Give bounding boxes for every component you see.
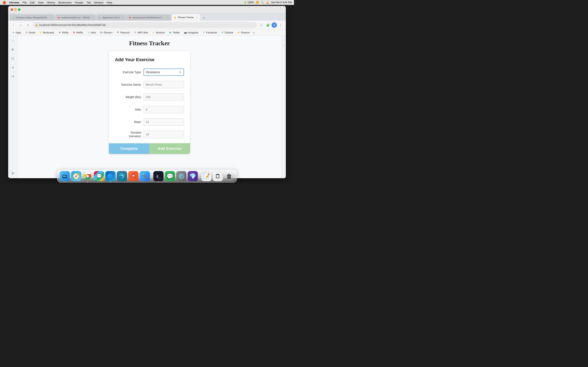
menu-bookmarks[interactable]: Bookmarks (58, 1, 72, 4)
bookmark-apps[interactable]: ⊞ Apps (10, 31, 23, 35)
bookmark-finance[interactable]: 📁 Finance (236, 31, 251, 35)
menu-file[interactable]: File (22, 1, 27, 4)
weight-input[interactable] (144, 93, 184, 101)
fullscreen-window-button[interactable] (18, 8, 20, 11)
notification-icon[interactable]: 🔔 (266, 1, 269, 4)
menu-view[interactable]: View (38, 1, 43, 4)
tab-clusters-atlas[interactable]: 🍃 Clusters | Atlas: MongoDB Atl... ✕ (10, 15, 55, 21)
bookmark-hulu-label: Hulu (91, 31, 96, 34)
menu-tab[interactable]: Tab (86, 1, 91, 4)
svg-point-2 (86, 175, 89, 177)
sidebar-icon-1[interactable]: ↕ (10, 38, 16, 43)
finder-icon: 🗂 (62, 173, 68, 180)
dock-terminal[interactable]: $_ (153, 171, 164, 181)
bookmark-facebook[interactable]: f Facebook (201, 31, 219, 35)
sidebar-icon-5[interactable]: ↺ (10, 74, 16, 79)
sidebar-collapse-arrow[interactable]: › (283, 44, 284, 47)
tab-close-error[interactable]: ✕ (121, 16, 124, 19)
dock-slack[interactable]: 💬 (94, 171, 104, 181)
bookmark-outlook[interactable]: O Outlook (219, 31, 235, 35)
bookmark-facebook-label: Facebook (206, 31, 217, 34)
add-exercise-button[interactable]: Add Exercise (149, 143, 190, 154)
search-menubar-icon[interactable]: 🔍 (261, 1, 264, 4)
forward-button[interactable]: › (18, 22, 24, 28)
apple-menu[interactable]: 🍎 (2, 1, 6, 4)
dock-finder[interactable]: 🗂 (60, 171, 70, 181)
content-area: ↕ ⚙ ☷ ⊙ ↺ ⚙ Fitness Tracker Add Your Exe… (8, 36, 286, 178)
tab-github-workout[interactable]: 🐙 workout-tracker-sq · GitHub ✕ (55, 15, 96, 21)
minimize-window-button[interactable] (14, 8, 17, 11)
sets-input[interactable] (144, 106, 184, 113)
bookmark-instagram[interactable]: 📷 Instagram (182, 31, 200, 35)
bookmark-instagram-label: Instagram (188, 31, 199, 34)
dock-notes[interactable]: 🗒 (213, 171, 223, 181)
slack-icon: 💬 (96, 174, 102, 179)
tab-close-github[interactable]: ✕ (91, 16, 94, 19)
settings-icon: ⚙️ (178, 173, 185, 180)
tab-close-clusters[interactable]: ✕ (50, 16, 53, 19)
menu-window[interactable]: Window (94, 1, 103, 4)
reps-label: Reps: (115, 120, 141, 124)
duration-label: Duration(minutes): (115, 131, 141, 138)
dock-textedit[interactable]: 📝 (201, 171, 212, 181)
bookmark-hbomax-label: HBO Max (138, 31, 148, 34)
dock-xcode[interactable]: 🔨 (140, 171, 150, 181)
menu-edit[interactable]: Edit (30, 1, 35, 4)
dock-obsidian[interactable]: 💎 (188, 171, 198, 181)
menu-help[interactable]: Help (107, 1, 112, 4)
bookmark-amazon[interactable]: a Amazon (150, 31, 166, 35)
chrome-sidebar: ↕ ⚙ ☷ ⊙ ↺ ⚙ (8, 36, 17, 178)
duration-input[interactable] (144, 131, 184, 138)
tab-fitness-tracker[interactable]: 💪 Fitness Tracker ✕ (172, 14, 200, 21)
menu-dots-button[interactable]: ⋮ (278, 22, 283, 28)
reps-input[interactable] (144, 118, 184, 125)
dock-trash[interactable]: 🗑 (224, 171, 234, 181)
sidebar-icon-4[interactable]: ⊙ (10, 65, 16, 70)
dock-chrome[interactable] (82, 171, 93, 181)
bookmark-xfinity[interactable]: ✗ Xfinity (57, 31, 70, 35)
back-button[interactable]: ‹ (11, 22, 16, 28)
tab-close-fitness[interactable]: ✕ (195, 16, 198, 19)
bookmark-hbomax[interactable]: H HBO Max (132, 31, 150, 35)
bookmark-star-button[interactable]: ☆ (259, 22, 264, 28)
menu-history[interactable]: History (47, 1, 55, 4)
dock-messages[interactable]: 💬 (165, 171, 175, 181)
tab-close-shannon[interactable]: ✕ (166, 16, 169, 19)
sidebar-icon-bottom[interactable]: ⚙ (10, 170, 16, 176)
sidebar-icon-3[interactable]: ☷ (10, 56, 16, 61)
new-tab-button[interactable]: + (201, 15, 207, 21)
extensions-button[interactable]: 🧩 (265, 22, 271, 28)
exercise-type-select[interactable]: Resistance Cardio (144, 68, 184, 76)
exercise-name-input[interactable] (144, 81, 184, 88)
bookmark-twitter[interactable]: 🐦 Twitter (167, 31, 181, 35)
bookmark-outlook-label: Outlook (225, 31, 233, 34)
dock-system-preferences[interactable]: ⚙️ (176, 171, 186, 181)
dock-mysql[interactable]: 🐬 (117, 171, 127, 181)
bookmark-netflix[interactable]: N Netflix (71, 31, 85, 35)
tab-github-shannon[interactable]: 🐙 shannonquinn91/Workout-Tra... ✕ (126, 15, 171, 21)
bookmark-disney[interactable]: D+ Disney+ (98, 31, 114, 35)
bookmark-bootcamp[interactable]: 📁 Bootcamp (38, 31, 56, 35)
bookmark-hulu[interactable]: h Hulu (86, 31, 98, 35)
refresh-button[interactable]: ↻ (25, 22, 31, 28)
dock-safari[interactable]: 🧭 (71, 171, 81, 181)
menu-people[interactable]: People (75, 1, 83, 4)
bookmark-peacock[interactable]: P Peacock (115, 31, 131, 35)
form-buttons: Complete Add Exercise (109, 143, 190, 154)
close-window-button[interactable] (11, 8, 13, 11)
exercise-name-label: Exercise Name: (115, 83, 141, 86)
bookmarks-more-button[interactable]: » (252, 30, 255, 35)
dock-postman[interactable]: 📮 (128, 171, 138, 181)
menu-chrome[interactable]: Chrome (9, 1, 19, 4)
address-bar[interactable]: 🔒 localhost:3000/exercise?id=601ef6af89a… (33, 22, 257, 28)
profile-button[interactable]: S (272, 22, 277, 28)
traffic-lights (11, 8, 20, 11)
vscode-active-dot (110, 181, 111, 182)
sidebar-icon-2[interactable]: ⚙ (10, 47, 16, 52)
complete-button[interactable]: Complete (109, 143, 149, 154)
bookmark-xfinity-label: Xfinity (62, 31, 69, 34)
bookmark-gmail-label: Gmail (29, 31, 35, 34)
dock-vscode[interactable]: 🔷 (105, 171, 116, 181)
tab-app-error[interactable]: ⚠ Application Error ✕ (96, 15, 126, 21)
bookmark-gmail[interactable]: M Gmail (24, 31, 37, 35)
